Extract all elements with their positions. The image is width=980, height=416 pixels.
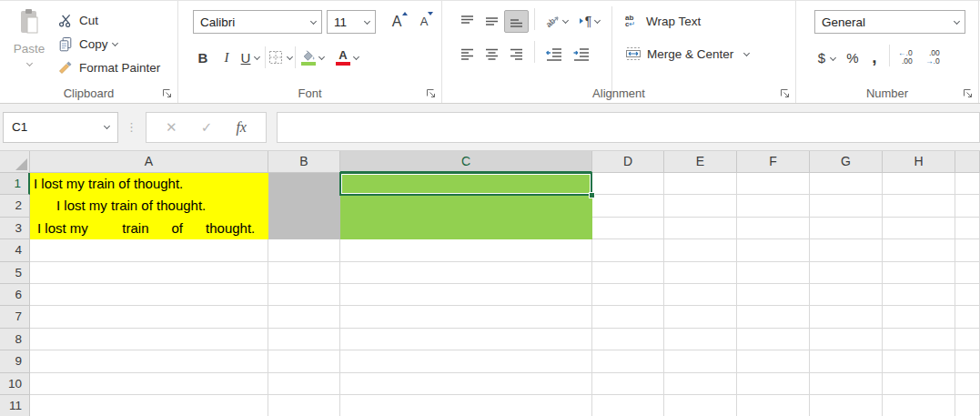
align-right-button[interactable] [504,43,529,66]
copy-button[interactable]: Copy [55,32,164,56]
cell-x5[interactable] [955,262,980,284]
alignment-dialog-launcher[interactable] [779,86,792,99]
row-header-11[interactable]: 11 [0,395,30,416]
cell-F7[interactable] [737,306,810,328]
bold-button[interactable]: B [191,46,215,69]
percent-style-button[interactable]: % [841,46,864,69]
cell-B5[interactable] [268,262,340,284]
cell-C4[interactable] [340,239,592,261]
cell-D2[interactable] [592,195,664,217]
cell-G11[interactable] [810,395,883,416]
cell-E8[interactable] [664,329,737,350]
align-left-button[interactable] [455,43,480,66]
cell-G2[interactable] [810,195,883,217]
cell-B4[interactable] [268,239,340,261]
col-header-A[interactable]: A [30,151,268,173]
cell-A6[interactable] [30,284,268,306]
name-box[interactable]: C1 [3,112,118,143]
cell-C11[interactable] [340,395,592,416]
col-header-E[interactable]: E [664,151,737,173]
cell-H4[interactable] [883,239,955,261]
cell-G1[interactable] [810,173,883,195]
middle-align-button[interactable] [480,10,504,33]
cell-G4[interactable] [810,239,883,261]
cell-x2[interactable] [955,195,980,217]
col-header-H[interactable]: H [883,151,955,173]
cell-F10[interactable] [737,373,810,395]
cell-G5[interactable] [810,262,883,284]
cell-F2[interactable] [737,195,810,217]
cell-C10[interactable] [340,373,592,395]
cell-C6[interactable] [340,284,592,306]
increase-font-size-button[interactable]: A [383,10,410,34]
cell-F5[interactable] [737,262,810,284]
cell-A10[interactable] [30,373,268,395]
cell-B7[interactable] [268,306,340,328]
row-header-9[interactable]: 9 [0,350,30,372]
enter-icon[interactable]: ✓ [201,119,213,136]
cell-D11[interactable] [592,395,664,416]
number-format-select[interactable]: General [814,10,965,34]
wrap-text-button[interactable]: abc↵ Wrap Text [625,8,749,34]
row-header-6[interactable]: 6 [0,284,30,306]
cell-E3[interactable] [664,218,737,239]
cell-F11[interactable] [737,395,810,416]
cell-A5[interactable] [30,262,268,284]
cell-E5[interactable] [664,262,737,284]
cell-C8[interactable] [340,329,592,350]
cell-x11[interactable] [955,395,980,416]
format-painter-button[interactable]: Format Painter [55,56,164,79]
font-size-select[interactable]: 11 [327,10,376,34]
cell-x7[interactable] [955,306,980,328]
cell-H10[interactable] [883,373,955,395]
cell-D10[interactable] [592,373,664,395]
clipboard-dialog-launcher[interactable] [161,86,174,99]
cell-E4[interactable] [664,239,737,261]
cell-H8[interactable] [883,329,955,350]
cell-C9[interactable] [340,350,592,372]
cell-D1[interactable] [592,173,664,195]
cell-x6[interactable] [955,284,980,306]
cell-H3[interactable] [883,218,955,239]
cell-E2[interactable] [664,195,737,217]
cell-A8[interactable] [30,329,268,350]
cell-A3[interactable]: I lost my train of thought. [30,218,268,239]
cell-G3[interactable] [810,218,883,239]
cell-G7[interactable] [810,306,883,328]
borders-button[interactable] [268,46,292,69]
cell-C3[interactable] [340,218,592,239]
row-header-5[interactable]: 5 [0,262,30,284]
select-all-button[interactable] [0,151,30,173]
fill-color-button[interactable] [298,46,318,69]
cancel-icon[interactable]: ✕ [166,119,177,136]
accounting-format-button[interactable]: $ [813,46,831,69]
cell-E7[interactable] [664,306,737,328]
cell-x4[interactable] [955,239,980,261]
cell-x10[interactable] [955,373,980,395]
decrease-indent-button[interactable] [541,43,568,66]
cut-button[interactable]: Cut [55,8,164,32]
cell-E1[interactable] [664,173,737,195]
fill-handle[interactable] [589,192,595,198]
col-header-B[interactable]: B [268,151,340,173]
cell-H2[interactable] [883,195,955,217]
row-header-3[interactable]: 3 [0,218,30,239]
cell-H11[interactable] [883,395,955,416]
comma-style-button[interactable]: , [864,46,884,69]
col-header-G[interactable]: G [810,151,883,173]
cell-x9[interactable] [955,350,980,372]
font-color-button[interactable]: A [333,46,353,69]
cell-G6[interactable] [810,284,883,306]
cell-x1[interactable] [955,173,980,195]
cell-H1[interactable] [883,173,955,195]
cell-D4[interactable] [592,239,664,261]
insert-function-icon[interactable]: fx [236,119,247,136]
cell-D8[interactable] [592,329,664,350]
cell-A11[interactable] [30,395,268,416]
cell-E10[interactable] [664,373,737,395]
orientation-button[interactable]: ab [541,10,571,33]
cell-F9[interactable] [737,350,810,372]
cell-H9[interactable] [883,350,955,372]
cell-E6[interactable] [664,284,737,306]
formula-input[interactable] [277,112,980,143]
